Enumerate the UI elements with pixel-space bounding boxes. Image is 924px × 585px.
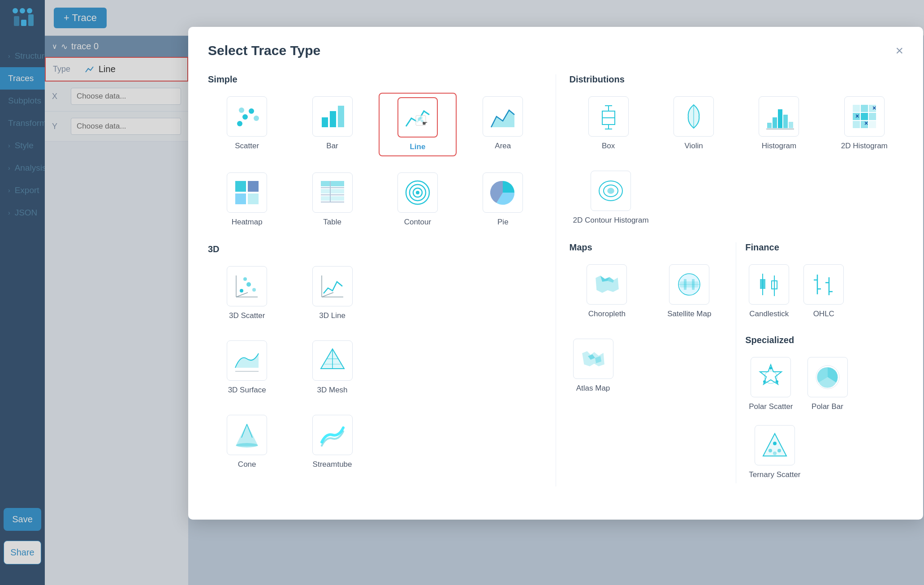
- trace-item-pie[interactable]: Pie: [464, 169, 542, 231]
- trace-item-cone[interactable]: Cone: [208, 411, 286, 473]
- trace-item-box[interactable]: Box: [570, 93, 648, 155]
- trace-item-polar-bar[interactable]: Polar Bar: [804, 353, 851, 415]
- trace-item-scatter[interactable]: Scatter: [208, 93, 286, 156]
- finance-specialized-col: Finance: [736, 242, 903, 483]
- specialized-title: Specialized: [745, 335, 903, 345]
- svg-point-7: [242, 114, 248, 120]
- modal-right-col: Distributions: [556, 74, 904, 486]
- modal-body: Simple: [208, 74, 903, 486]
- trace-item-ternary-scatter[interactable]: Ternary Scatter: [745, 422, 804, 483]
- area-icon-box: [483, 96, 523, 137]
- trace-item-2d-contour-histogram[interactable]: 2D Contour Histogram: [570, 167, 652, 229]
- candlestick-icon-box: [749, 264, 789, 305]
- trace-item-satellite-map[interactable]: Satellite Map: [652, 261, 727, 323]
- maps-row2: Atlas Map: [570, 335, 727, 397]
- svg-rect-71: [869, 121, 876, 128]
- svg-rect-24: [321, 187, 344, 188]
- trace-item-ohlc[interactable]: OHLC: [800, 261, 847, 323]
- pie-icon-box: [483, 172, 523, 213]
- svg-rect-64: [861, 105, 868, 112]
- modal-close-button[interactable]: ×: [895, 44, 903, 57]
- svg-rect-22: [248, 194, 259, 204]
- distributions-row1: Box Violin: [570, 93, 904, 155]
- trace-item-table[interactable]: Table: [293, 169, 371, 231]
- svg-rect-68: [869, 113, 876, 120]
- trace-item-line[interactable]: ☛ Line: [379, 93, 457, 156]
- 3d-scatter-icon-box: [227, 266, 267, 306]
- 2d-contour-histogram-label: 2D Contour Histogram: [573, 215, 649, 225]
- svg-rect-20: [248, 181, 259, 192]
- trace-item-atlas-map[interactable]: Atlas Map: [570, 335, 617, 397]
- area-label: Area: [495, 141, 511, 151]
- trace-item-streamtube[interactable]: Streamtube: [293, 411, 371, 473]
- modal: Select Trace Type × Simple: [188, 27, 923, 520]
- svg-point-39: [252, 288, 256, 292]
- svg-point-9: [254, 116, 259, 121]
- simple-section: Simple: [208, 74, 542, 231]
- trace-item-choropleth[interactable]: Choropleth: [570, 261, 645, 323]
- finance-section: Finance: [745, 242, 903, 323]
- trace-item-heatmap[interactable]: Heatmap: [208, 169, 286, 231]
- satellite-map-icon-box: [669, 264, 709, 305]
- heatmap-label: Heatmap: [232, 217, 263, 227]
- trace-item-polar-scatter[interactable]: Polar Scatter: [745, 353, 796, 415]
- svg-rect-25: [321, 189, 344, 194]
- maps-row1: Choropleth: [570, 261, 727, 323]
- histogram-icon-box: [759, 96, 799, 137]
- polar-bar-label: Polar Bar: [812, 402, 843, 412]
- finance-title: Finance: [745, 242, 903, 253]
- simple-title: Simple: [208, 74, 542, 85]
- svg-point-103: [773, 452, 777, 455]
- modal-header: Select Trace Type ×: [208, 43, 903, 58]
- svg-rect-23: [321, 181, 344, 186]
- finance-row: Candlestick: [745, 261, 903, 323]
- box-icon-box: [588, 96, 629, 137]
- svg-text:☛: ☛: [422, 120, 428, 127]
- svg-point-37: [240, 289, 243, 292]
- specialized-row2: Ternary Scatter: [745, 422, 903, 483]
- polar-bar-icon-box: [807, 357, 848, 397]
- table-label: Table: [323, 217, 341, 227]
- streamtube-icon-box: [312, 415, 353, 455]
- distributions-section: Distributions: [570, 74, 904, 229]
- atlas-map-icon-box: [573, 339, 613, 379]
- 3d-section: 3D: [208, 244, 542, 473]
- svg-point-77: [608, 188, 614, 194]
- bottom-sections: Maps Choropleth: [570, 242, 904, 483]
- svg-rect-80: [680, 282, 698, 287]
- trace-item-histogram[interactable]: Histogram: [740, 93, 818, 155]
- svg-rect-26: [321, 194, 344, 195]
- maps-title: Maps: [570, 242, 727, 253]
- violin-icon-box: [674, 96, 714, 137]
- polar-scatter-icon-box: [751, 357, 791, 397]
- violin-label: Violin: [684, 141, 703, 151]
- trace-item-contour[interactable]: Contour: [379, 169, 457, 231]
- svg-rect-12: [330, 111, 336, 127]
- svg-point-17: [420, 116, 423, 119]
- ohlc-icon-box: [803, 264, 844, 305]
- 3d-scatter-label: 3D Scatter: [229, 311, 265, 321]
- ternary-scatter-icon-box: [755, 425, 795, 465]
- simple-row2: Heatmap: [208, 169, 542, 231]
- trace-item-area[interactable]: Area: [464, 93, 542, 156]
- svg-rect-21: [235, 194, 246, 204]
- 3d-row2: 3D Surface 3D Mesh: [208, 337, 542, 399]
- atlas-map-label: Atlas Map: [576, 383, 610, 393]
- svg-point-49: [236, 443, 258, 447]
- trace-item-candlestick[interactable]: Candlestick: [745, 261, 793, 323]
- trace-item-3d-surface[interactable]: 3D Surface: [208, 337, 286, 399]
- trace-item-2d-histogram[interactable]: × × × 2D Histogram: [825, 93, 903, 155]
- trace-item-bar[interactable]: Bar: [293, 93, 371, 156]
- heatmap-icon-box: [227, 172, 267, 213]
- 3d-row1: 3D Scatter 3D Line: [208, 262, 542, 324]
- svg-point-97: [763, 380, 766, 383]
- specialized-section: Specialized: [745, 335, 903, 483]
- trace-item-3d-line[interactable]: 3D Line: [293, 262, 371, 324]
- svg-point-96: [776, 380, 778, 383]
- bar-icon-box: [312, 96, 353, 137]
- satellite-map-label: Satellite Map: [667, 309, 711, 319]
- trace-item-3d-scatter[interactable]: 3D Scatter: [208, 262, 286, 324]
- svg-rect-63: [853, 105, 860, 112]
- trace-item-violin[interactable]: Violin: [655, 93, 733, 155]
- trace-item-3d-mesh[interactable]: 3D Mesh: [293, 337, 371, 399]
